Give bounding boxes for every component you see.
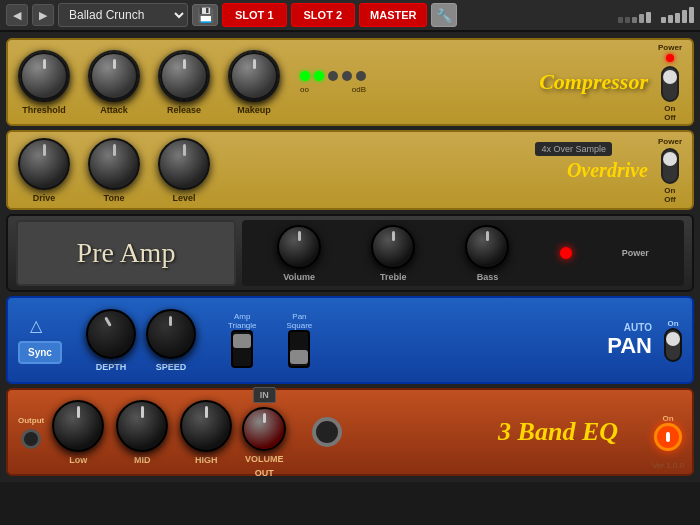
- autopan-left: △ Sync: [18, 316, 62, 364]
- amp-switch[interactable]: [231, 330, 253, 368]
- release-knob[interactable]: [158, 50, 210, 102]
- level-label: Level: [172, 193, 195, 203]
- version-text: Ver 1.0.0: [652, 461, 684, 470]
- bass-knob-group: Bass: [465, 225, 509, 282]
- overdrive-power: Power On Off: [658, 137, 682, 204]
- depth-knob[interactable]: [86, 309, 136, 359]
- out-label: OUT: [255, 468, 274, 478]
- overdrive-knobs: Drive Tone Level: [18, 138, 210, 203]
- speed-label: SPEED: [156, 362, 187, 372]
- low-knob[interactable]: [52, 400, 104, 452]
- master-button[interactable]: MASTER: [359, 3, 427, 27]
- eq-volume-knob[interactable]: [242, 407, 286, 451]
- autopan-title: PAN: [607, 333, 652, 358]
- eq-on-label: On: [662, 414, 673, 423]
- amp-label: Amp: [234, 312, 250, 321]
- pan-switch[interactable]: [288, 330, 310, 368]
- led-5: [356, 71, 366, 81]
- comp-off-label: Off: [664, 113, 676, 122]
- depth-label: DEPTH: [96, 362, 127, 372]
- preamp-bass-label: Bass: [477, 272, 499, 282]
- speed-knob-group: SPEED: [146, 309, 196, 372]
- preamp-right: Volume Treble Bass Power: [242, 220, 684, 286]
- led-4: [342, 71, 352, 81]
- autopan-power-switch[interactable]: [664, 328, 682, 362]
- high-knob-group: HIGH: [180, 400, 232, 465]
- settings-button[interactable]: 🔧: [431, 3, 457, 27]
- makeup-knob[interactable]: [228, 50, 280, 102]
- mid-knob-group: MID: [116, 400, 168, 465]
- sync-button[interactable]: Sync: [18, 341, 62, 364]
- treble-knob-group: Treble: [371, 225, 415, 282]
- release-label: Release: [167, 105, 201, 115]
- preamp-volume-knob[interactable]: [277, 225, 321, 269]
- compressor-meter: oo odB: [300, 71, 366, 94]
- amp-switch-group: Amp Triangle: [228, 312, 257, 368]
- triangle-icon: △: [30, 316, 42, 335]
- save-button[interactable]: 💾: [192, 4, 218, 26]
- meter-leds: [300, 71, 366, 81]
- triangle-sublabel: Triangle: [228, 321, 257, 330]
- od-on-off: On Off: [664, 186, 676, 204]
- led-1: [300, 71, 310, 81]
- attack-knob[interactable]: [88, 50, 140, 102]
- in-button[interactable]: IN: [253, 387, 276, 403]
- overdrive-title: Overdrive: [567, 159, 648, 182]
- od-switch-toggle: [663, 152, 677, 166]
- preamp-power-led: [560, 247, 572, 259]
- preamp-rack: Pre Amp Volume Treble: [6, 214, 694, 292]
- comp-on-label: On: [664, 104, 676, 113]
- comp-power-label: Power: [658, 43, 682, 52]
- compressor-title: Compressor: [539, 69, 648, 95]
- threshold-label: Threshold: [22, 105, 66, 115]
- volume-knob-group-eq: VOLUME: [242, 407, 286, 464]
- slot2-button[interactable]: SLOT 2: [291, 3, 356, 27]
- tone-knob[interactable]: [88, 138, 140, 190]
- output-jack: [21, 429, 41, 449]
- tone-knob-group: Tone: [88, 138, 140, 203]
- compressor-power: Power On Off: [658, 43, 682, 122]
- eq-power-switch[interactable]: [654, 423, 682, 451]
- od-power-switch[interactable]: [661, 148, 679, 184]
- led-2: [314, 71, 324, 81]
- pan-label: Pan: [292, 312, 306, 321]
- drive-label: Drive: [33, 193, 56, 203]
- slot1-button[interactable]: SLOT 1: [222, 3, 287, 27]
- preamp-treble-label: Treble: [380, 272, 407, 282]
- volume-label-eq: VOLUME: [245, 454, 284, 464]
- rack: Threshold Attack Release: [0, 32, 700, 482]
- tone-label: Tone: [104, 193, 125, 203]
- eq-rack: Output Low MID: [6, 388, 694, 476]
- comp-power-switch[interactable]: [661, 66, 679, 102]
- preamp-treble-knob[interactable]: [371, 225, 415, 269]
- compressor-title-area: Compressor: [539, 69, 648, 95]
- drive-knob-group: Drive: [18, 138, 70, 203]
- output-label: Output: [18, 416, 44, 425]
- preamp-bass-knob[interactable]: [465, 225, 509, 269]
- high-knob[interactable]: [180, 400, 232, 452]
- autopan-title-area: AUTO PAN: [607, 322, 652, 359]
- mid-knob[interactable]: [116, 400, 168, 452]
- od-on-label: On: [664, 186, 676, 195]
- autopan-on-label: On: [667, 319, 678, 328]
- auto-label: AUTO: [607, 322, 652, 333]
- comp-switch-toggle: [663, 70, 677, 84]
- next-button[interactable]: ▶: [32, 4, 54, 26]
- level-knob[interactable]: [158, 138, 210, 190]
- drive-knob[interactable]: [18, 138, 70, 190]
- eq-title: 3 Band EQ: [498, 417, 618, 447]
- release-knob-group: Release: [158, 50, 210, 115]
- meter-labels: oo odB: [300, 85, 366, 94]
- prev-button[interactable]: ◀: [6, 4, 28, 26]
- threshold-knob-group: Threshold: [18, 50, 70, 115]
- eq-power: On: [654, 414, 682, 451]
- autopan-power: On: [664, 319, 682, 362]
- low-label: Low: [69, 455, 87, 465]
- preset-select[interactable]: Ballad Crunch: [58, 3, 188, 27]
- square-sublabel: Square: [287, 321, 313, 330]
- speed-knob[interactable]: [146, 309, 196, 359]
- preamp-left: Pre Amp: [16, 220, 236, 286]
- threshold-knob[interactable]: [18, 50, 70, 102]
- pan-switch-group: Pan Square: [287, 312, 313, 368]
- attack-knob-group: Attack: [88, 50, 140, 115]
